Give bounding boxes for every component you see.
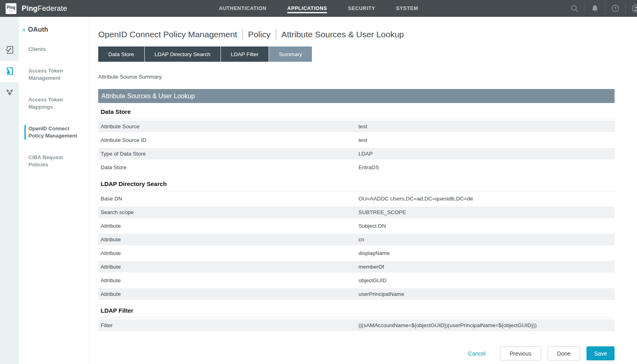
row-value: LDAP [358, 151, 372, 157]
ping-logo: Ping Identity. [6, 3, 16, 14]
mappings-shield-icon [5, 87, 14, 99]
table-section: LDAP Directory Search Base DN OU=AADDC U… [98, 175, 615, 300]
page-body: ‹ OAuth ClientsAccess Token ManagementAc… [0, 17, 637, 364]
breadcrumb-segment: Policy [248, 30, 271, 39]
svg-text:?: ? [614, 6, 617, 11]
row-label: Attribute Source [101, 123, 140, 129]
sidebar-item-access-token-mappings[interactable]: Access Token Mappings [24, 96, 79, 111]
user-avatar-icon[interactable] [631, 4, 637, 13]
tab-data-store[interactable]: Data Store [98, 47, 144, 62]
table-row: Attribute Subject DN [98, 220, 615, 232]
rail-item-access-token[interactable] [0, 61, 19, 82]
header-divider [584, 2, 585, 14]
row-value: EntraDS [358, 164, 379, 170]
table-section: LDAP Filter Filter (|(sAMAccountName=${o… [98, 302, 615, 331]
table-row: Base DN OU=AADDC Users,DC=ad,DC=questdb,… [98, 193, 615, 204]
rail-item-clients[interactable] [0, 40, 19, 61]
row-value: memberOf [358, 264, 384, 270]
sidebar-item-access-token-management[interactable]: Access Token Management [24, 67, 79, 82]
table-row: Attribute displayName [98, 247, 615, 259]
rail-item-mappings[interactable] [0, 82, 19, 103]
table-row: Attribute cn [98, 234, 615, 245]
sidebar-item-clients[interactable]: Clients [24, 46, 79, 53]
row-label: Attribute [101, 250, 121, 256]
row-label: Attribute [101, 277, 121, 283]
clipboard-check-icon [5, 45, 14, 56]
ping-logo-text: Ping [7, 6, 16, 10]
row-value: OU=AADDC Users,DC=ad,DC=questdb,DC=de [358, 196, 473, 202]
ping-logo-subtext: Identity. [8, 10, 14, 12]
row-label: Base DN [101, 196, 122, 202]
table-row: Filter (|(sAMAccountName=${objectGUID})(… [98, 320, 615, 331]
tab-ldap-filter[interactable]: LDAP Filter [221, 47, 269, 62]
table-row: Data Store EntraDS [98, 162, 615, 173]
row-label: Attribute Source ID [101, 137, 146, 143]
summary-table: Attribute Sources & User Lookup Data Sto… [98, 89, 615, 331]
table-row: Attribute Source test [98, 121, 615, 132]
table-row: Search scope SUBTREE_SCOPE [98, 206, 615, 218]
table-row: Attribute userPrincipalName [98, 288, 615, 300]
breadcrumb-segment: OpenID Connect Policy Management [98, 30, 237, 39]
row-value: objectGUID [358, 277, 386, 283]
row-label: Attribute [101, 264, 121, 270]
table-row: Attribute Source ID test [98, 134, 615, 146]
row-label: Data Store [101, 164, 127, 170]
tab-summary[interactable]: Summary [269, 47, 312, 62]
top-nav-item-authentication[interactable]: AUTHENTICATION [219, 4, 267, 13]
save-button[interactable]: Save [586, 346, 615, 360]
app-title-bold: Ping [22, 4, 38, 12]
table-row: Attribute objectGUID [98, 275, 615, 286]
tab-ldap-directory-search[interactable]: LDAP Directory Search [145, 47, 220, 62]
top-nav: AUTHENTICATIONAPPLICATIONSSECURITYSYSTEM [219, 0, 418, 17]
row-value: displayName [358, 250, 390, 256]
row-value: userPrincipalName [358, 291, 404, 297]
previous-button[interactable]: Previous [500, 346, 541, 360]
row-value: cn [358, 237, 364, 243]
section-title: Data Store [98, 103, 615, 119]
sidebar-item-ciba-request-policies[interactable]: CIBA Request Policies [24, 154, 79, 168]
row-label: Filter [101, 322, 113, 328]
row-value: test [358, 123, 367, 129]
brand: Ping Identity. PingFederate [6, 3, 67, 14]
app-title-light: Federate [38, 4, 67, 12]
sidebar-items: ClientsAccess Token ManagementAccess Tok… [19, 46, 89, 168]
cancel-link[interactable]: Cancel [468, 350, 486, 357]
token-bookmark-icon [5, 66, 14, 77]
top-header: Ping Identity. PingFederate AUTHENTICATI… [0, 0, 637, 17]
header-divider [605, 2, 605, 14]
row-label: Attribute [101, 291, 121, 297]
notifications-bell-icon[interactable] [590, 4, 599, 13]
row-label: Search scope [101, 209, 134, 215]
search-icon[interactable] [570, 4, 579, 13]
table-row: Attribute memberOf [98, 261, 615, 273]
wizard-tabs: Data StoreLDAP Directory SearchLDAP Filt… [98, 47, 615, 62]
header-divider [625, 2, 626, 14]
sidebar-back-oauth[interactable]: ‹ OAuth [23, 26, 89, 34]
table-row: Type of Data Store LDAP [98, 148, 615, 160]
sidebar: ‹ OAuth ClientsAccess Token ManagementAc… [19, 17, 89, 364]
breadcrumb-separator [243, 29, 243, 40]
row-label: Attribute [101, 223, 121, 229]
sidebar-back-label: OAuth [28, 26, 48, 33]
icon-rail [0, 17, 19, 364]
breadcrumb-segment: Attribute Sources & User Lookup [281, 30, 404, 39]
summary-table-header: Attribute Sources & User Lookup [98, 89, 615, 103]
top-nav-item-system[interactable]: SYSTEM [396, 4, 418, 13]
row-label: Attribute [101, 237, 121, 243]
main-content: OpenID Connect Policy ManagementPolicyAt… [89, 17, 637, 364]
row-value: test [358, 137, 367, 143]
section-title: LDAP Filter [98, 302, 615, 318]
top-nav-item-security[interactable]: SECURITY [348, 4, 375, 13]
top-nav-item-applications[interactable]: APPLICATIONS [287, 4, 327, 13]
summary-label: Attribute Source Summary [98, 74, 615, 80]
sidebar-item-openid-connect-policy-management[interactable]: OpenID Connect Policy Management [24, 125, 79, 140]
done-button[interactable]: Done [548, 346, 580, 360]
row-value: SUBTREE_SCOPE [358, 209, 406, 215]
chevron-left-icon: ‹ [23, 26, 25, 34]
row-value: (|(sAMAccountName=${objectGUID})(userPri… [358, 322, 537, 328]
help-icon[interactable]: ? [611, 4, 620, 13]
breadcrumb: OpenID Connect Policy ManagementPolicyAt… [98, 29, 615, 40]
row-value: Subject DN [358, 223, 386, 229]
table-section: Data Store Attribute Source test Attribu… [98, 103, 615, 173]
breadcrumb-separator [276, 29, 276, 40]
